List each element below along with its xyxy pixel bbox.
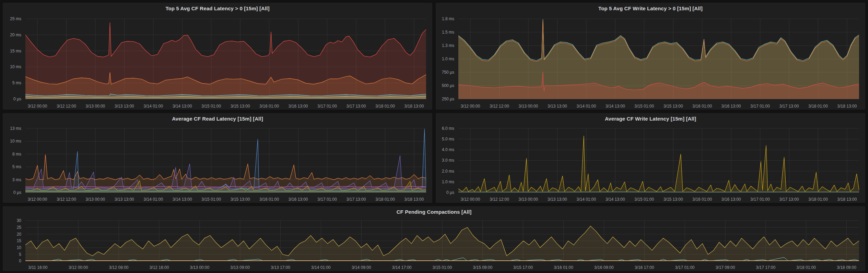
x-tick-label: 3/18 13:00 (404, 104, 424, 109)
x-tick-label: 3/13 13:00 (115, 197, 134, 202)
x-tick-label: 3/13 00:00 (519, 104, 538, 109)
x-tick-label: 3/13 13:00 (548, 104, 567, 109)
y-tick-label: 5 ms (12, 164, 21, 169)
y-tick-label: 0 (19, 259, 21, 263)
x-tick-label: 3/17 13:00 (779, 197, 799, 202)
y-tick-label: 10 ms (10, 64, 21, 69)
x-tick-label: 3/15 09:00 (473, 265, 492, 270)
panel-top5-write-latency: Top 5 Avg CF Write Latency > 0 [15m] [Al… (436, 3, 865, 110)
x-tick-label: 3/15 13:00 (664, 197, 683, 202)
chart-canvas[interactable] (25, 219, 859, 262)
x-tick-label: 3/18 01:00 (808, 104, 828, 109)
x-tick-label: 3/12 00:00 (461, 104, 480, 109)
x-tick-label: 3/15 01:00 (634, 197, 654, 202)
x-tick-label: 3/12 12:00 (490, 197, 509, 202)
x-tick-label: 3/14 13:00 (606, 197, 625, 202)
y-tick-label: 2.0 ms (442, 169, 454, 174)
x-tick-label: 3/17 13:00 (779, 104, 799, 109)
x-tick-label: 3/15 13:00 (664, 104, 683, 109)
x-tick-label: 3/17 17:00 (756, 265, 775, 270)
y-tick-label: 6.0 ms (442, 126, 454, 131)
x-tick-label: 3/14 01:00 (143, 104, 163, 109)
x-tick-label: 3/14 13:00 (173, 197, 192, 202)
y-tick-label: 0 µs (13, 190, 21, 195)
y-tick-label: 10 (17, 245, 21, 250)
y-tick-label: 25 (17, 225, 21, 230)
y-tick-label: 1.8 ms (442, 16, 454, 21)
x-tick-label: 3/16 01:00 (259, 197, 279, 202)
y-tick-label: 1.0 ms (442, 57, 454, 61)
y-axis-labels: 1.8 ms1.5 ms1.3 ms1.0 ms750 µs500 µs250 … (438, 15, 456, 101)
x-tick-label: 3/18 13:00 (837, 197, 857, 202)
x-tick-label: 3/17 13:00 (347, 104, 366, 109)
x-tick-label: 3/12 00:00 (461, 197, 480, 202)
x-tick-label: 3/17 01:00 (750, 104, 770, 109)
x-tick-label: 3/14 09:00 (352, 265, 371, 270)
x-tick-label: 3/16 01:00 (554, 265, 573, 270)
x-tick-label: 3/12 00:00 (69, 265, 88, 270)
x-tick-label: 3/12 12:00 (57, 197, 76, 202)
x-tick-label: 3/17 01:00 (317, 104, 337, 109)
x-tick-label: 3/13 00:00 (190, 265, 210, 270)
x-tick-label: 3/14 13:00 (173, 104, 192, 109)
x-tick-label: 3/13 09:00 (230, 265, 250, 270)
x-tick-label: 3/12 00:00 (28, 104, 47, 109)
plot-region: 6.0 ms5.0 ms4.0 ms3.0 ms2.0 ms1.0 ms0 µs… (438, 123, 863, 203)
y-tick-label: 0 µs (446, 190, 454, 195)
y-tick-label: 1.3 ms (442, 43, 454, 48)
x-tick-label: 3/17 01:00 (317, 197, 337, 202)
x-tick-label: 3/18 13:00 (404, 197, 424, 202)
x-tick-label: 3/16 17:00 (635, 265, 654, 270)
chart-canvas[interactable] (25, 126, 426, 194)
chart-canvas[interactable] (458, 15, 859, 101)
chart-canvas[interactable] (458, 126, 859, 194)
x-tick-label: 3/13 17:00 (271, 265, 290, 270)
chart-canvas[interactable] (25, 15, 426, 101)
y-tick-label: 1.0 ms (442, 179, 454, 184)
x-tick-label: 3/14 17:00 (392, 265, 412, 270)
x-tick-label: 3/14 01:00 (576, 104, 596, 109)
x-tick-label: 3/14 01:00 (143, 197, 163, 202)
y-tick-label: 750 µs (442, 70, 454, 75)
x-tick-label: 3/16 01:00 (259, 104, 279, 109)
x-tick-label: 3/16 09:00 (594, 265, 614, 270)
x-tick-label: 3/15 01:00 (634, 104, 654, 109)
y-tick-label: 5 ms (12, 80, 21, 85)
panel-title[interactable]: Top 5 Avg CF Write Latency > 0 [15m] [Al… (436, 3, 865, 12)
x-tick-label: 3/18 01:00 (796, 265, 816, 270)
panel-avg-write-latency: Average CF Write Latency [15m] [All] 6.0… (436, 113, 865, 203)
y-tick-label: 500 µs (442, 83, 454, 88)
x-tick-label: 3/16 13:00 (722, 197, 741, 202)
panel-title[interactable]: Average CF Write Latency [15m] [All] (436, 113, 865, 122)
x-tick-label: 3/18 01:00 (375, 104, 395, 109)
x-tick-label: 3/13 00:00 (86, 104, 105, 109)
panel-title[interactable]: Top 5 Avg CF Read Latency > 0 [15m] [All… (3, 3, 432, 12)
x-tick-label: 3/15 13:00 (231, 104, 250, 109)
x-tick-label: 3/16 13:00 (289, 104, 308, 109)
x-tick-label: 3/17 13:00 (347, 197, 366, 202)
y-tick-label: 30 (17, 218, 21, 223)
y-tick-label: 4.0 ms (442, 147, 454, 152)
x-tick-label: 3/18 01:00 (808, 197, 828, 202)
x-tick-label: 3/15 17:00 (513, 265, 533, 270)
y-axis-labels: 25 ms20 ms15 ms10 ms5 ms0 µs (5, 15, 23, 101)
plot-region: 13 ms10 ms8 ms5 ms3 ms0 µs 3/12 00:003/1… (5, 123, 430, 203)
y-tick-label: 25 ms (10, 16, 21, 21)
y-tick-label: 15 ms (10, 49, 21, 53)
series-line-avg-write-teal (458, 192, 859, 192)
panel-title[interactable]: Average CF Read Latency [15m] [All] (3, 113, 432, 122)
x-tick-label: 3/12 00:00 (28, 197, 47, 202)
x-tick-label: 3/11 16:00 (28, 265, 48, 270)
x-tick-label: 3/12 08:00 (109, 265, 129, 270)
y-axis-labels: 13 ms10 ms8 ms5 ms3 ms0 µs (5, 126, 23, 194)
y-tick-label: 15 (17, 238, 21, 243)
panel-title[interactable]: CF Pending Compactions [All] (3, 206, 865, 215)
x-tick-label: 3/16 13:00 (722, 104, 741, 109)
x-tick-label: 3/18 01:00 (375, 197, 395, 202)
y-tick-label: 250 µs (442, 97, 454, 101)
x-axis-labels: 3/11 16:003/12 00:003/12 08:003/12 16:00… (25, 264, 859, 271)
y-tick-label: 20 (17, 232, 21, 237)
x-tick-label: 3/14 01:00 (576, 197, 596, 202)
x-tick-label: 3/15 13:00 (231, 197, 250, 202)
x-axis-labels: 3/12 00:003/12 12:003/13 00:003/13 13:00… (458, 103, 859, 110)
